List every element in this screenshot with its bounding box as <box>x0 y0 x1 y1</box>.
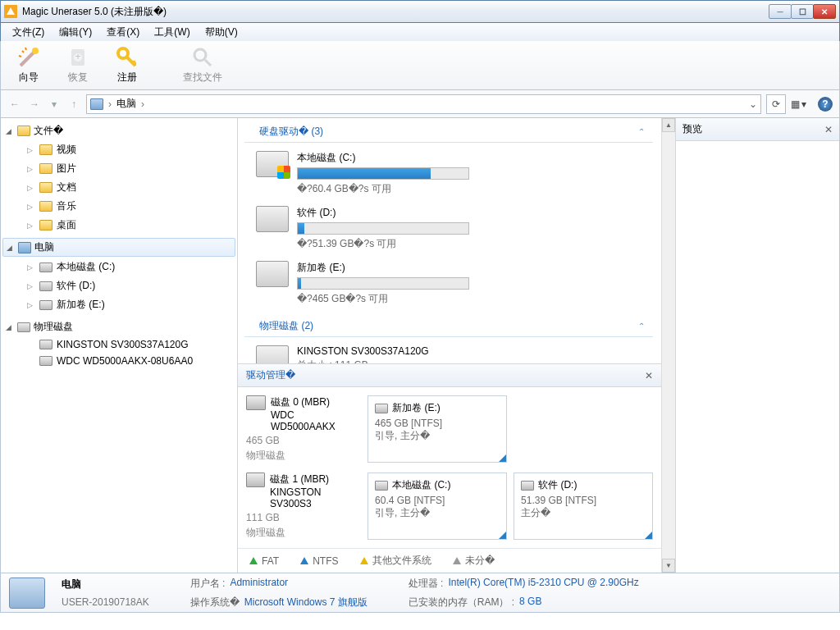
tree-item[interactable]: KINGSTON SV300S37A120G <box>24 336 237 353</box>
menu-view[interactable]: 查看(X) <box>100 24 146 41</box>
dm-row: 磁盘 0 (MBR)WDC WD5000AAKX465 GB物理磁盘新加卷 (E… <box>246 395 653 463</box>
tree-item[interactable]: ▷图片 <box>24 159 237 178</box>
breadcrumb[interactable]: › 电脑 › ⌄ <box>86 94 761 114</box>
item-icon <box>39 356 52 366</box>
nav-forward[interactable]: → <box>27 97 42 112</box>
tree-item[interactable]: ▷软件 (D:) <box>24 276 237 295</box>
drive-icon <box>375 404 388 413</box>
main-area: ◢文件� ▷视频▷图片▷文档▷音乐▷桌面 ◢电脑 ▷本地磁盘 (C:)▷软件 (… <box>0 118 840 573</box>
maximize-button[interactable]: ☐ <box>791 4 814 19</box>
item-icon <box>39 281 52 291</box>
menu-tools[interactable]: 工具(W) <box>148 24 196 41</box>
wizard-icon <box>17 46 40 69</box>
computer-icon <box>90 98 103 110</box>
menu-help[interactable]: 帮助(V) <box>199 24 244 41</box>
volume-item[interactable]: 本地磁盘 (C:)�?60.4 GB�?s 可用 <box>238 148 661 203</box>
triangle-icon <box>645 532 652 539</box>
toolbar: 向导 + 恢复 注册 查找文件 <box>0 41 840 90</box>
tree-group-physical[interactable]: ◢物理磁盘 <box>1 317 237 336</box>
dm-disk[interactable]: 磁盘 0 (MBR)WDC WD5000AAKX465 GB物理磁盘 <box>246 395 361 463</box>
nav-tree[interactable]: ◢文件� ▷视频▷图片▷文档▷音乐▷桌面 ◢电脑 ▷本地磁盘 (C:)▷软件 (… <box>1 118 238 573</box>
tree-item[interactable]: ▷桌面 <box>24 216 237 235</box>
item-icon <box>39 163 52 174</box>
content-pane: 硬盘驱动� (3)⌃ 本地磁盘 (C:)�?60.4 GB�?s 可用软件 (D… <box>238 118 661 573</box>
physical-item[interactable]: KINGSTON SV300S37A120G总大小 : 111 GB <box>238 342 661 363</box>
partition[interactable]: 本地磁盘 (C:)60.4 GB [NTFS]引导, 主分� <box>368 472 507 540</box>
window-title: Magic Uneraser 5.0 (未注册版�) <box>22 5 769 19</box>
menu-edit[interactable]: 编辑(Y) <box>52 24 98 41</box>
scrollbar[interactable]: ▲▼ <box>661 118 675 573</box>
close-icon[interactable]: ✕ <box>645 370 653 381</box>
usage-bar <box>297 222 469 235</box>
computer-icon <box>9 578 45 609</box>
chevron-up-icon: ⌃ <box>638 127 645 136</box>
volume-item[interactable]: 软件 (D:)�?51.39 GB�?s 可用 <box>238 203 661 258</box>
tree-item[interactable]: ▷新加卷 (E:) <box>24 295 237 314</box>
drive-icon <box>256 151 289 177</box>
triangle-icon <box>453 557 461 564</box>
usage-bar <box>297 167 469 180</box>
tree-group-files[interactable]: ◢文件� <box>1 121 237 140</box>
tree-item[interactable]: ▷本地磁盘 (C:) <box>24 258 237 276</box>
volume-item[interactable]: 新加卷 (E:)�?465 GB�?s 可用 <box>238 258 661 313</box>
scroll-down-icon[interactable]: ▼ <box>662 559 675 573</box>
minimize-button[interactable]: ─ <box>769 4 792 19</box>
register-button[interactable]: 注册 <box>104 43 150 88</box>
breadcrumb-root[interactable]: 电脑 <box>116 97 136 111</box>
partition[interactable]: 软件 (D:)51.39 GB [NTFS]主分� <box>514 472 653 540</box>
status-host-sub: USER-20190718AK <box>62 596 149 608</box>
tree-group-computer[interactable]: ◢电脑 <box>2 238 235 257</box>
scroll-up-icon[interactable]: ▲ <box>662 118 675 132</box>
svg-point-6 <box>194 49 206 61</box>
triangle-icon <box>499 454 506 462</box>
find-button[interactable]: 查找文件 <box>180 43 226 88</box>
preview-header: 预览✕ <box>676 118 839 141</box>
disk-icon <box>246 472 265 487</box>
svg-text:+: + <box>75 51 80 62</box>
item-icon <box>39 340 52 349</box>
wizard-button[interactable]: 向导 <box>6 43 52 88</box>
recover-button[interactable]: + 恢复 <box>55 43 101 88</box>
partition[interactable]: 新加卷 (E:)465 GB [NTFS]引导, 主分� <box>368 395 507 463</box>
fs-legend: FAT NTFS 其他文件系统 未分� <box>238 548 661 573</box>
section-hdd-header[interactable]: 硬盘驱动� (3)⌃ <box>244 120 653 143</box>
tree-item[interactable]: ▷文档 <box>24 178 237 197</box>
triangle-icon <box>249 557 258 564</box>
recover-icon: + <box>66 46 89 69</box>
item-icon <box>39 300 52 310</box>
item-icon <box>39 220 52 231</box>
menu-file[interactable]: 文件(Z) <box>6 24 51 41</box>
menu-bar: 文件(Z) 编辑(Y) 查看(X) 工具(W) 帮助(V) <box>0 23 840 41</box>
drive-icon <box>256 206 289 232</box>
dm-disk[interactable]: 磁盘 1 (MBR)KINGSTON SV300S3111 GB物理磁盘 <box>246 472 361 540</box>
usage-bar <box>297 277 469 290</box>
refresh-button[interactable]: ⟳ <box>766 94 786 114</box>
nav-dropdown[interactable]: ▾ <box>47 97 62 112</box>
view-mode-button[interactable]: ▦▾ <box>791 98 806 110</box>
item-icon <box>39 201 52 212</box>
tree-item[interactable]: WDC WD5000AAKX-08U6AA0 <box>24 353 237 369</box>
preview-pane: 预览✕ <box>675 118 839 573</box>
view-icon: ▦ <box>791 98 800 110</box>
chevron-up-icon: ⌃ <box>638 322 645 331</box>
nav-back[interactable]: ← <box>7 97 22 112</box>
triangle-icon <box>360 557 368 564</box>
window-titlebar: Magic Uneraser 5.0 (未注册版�) ─ ☐ ✕ <box>0 0 840 23</box>
drive-icon <box>375 481 388 491</box>
section-phys-header[interactable]: 物理磁盘 (2)⌃ <box>244 314 653 337</box>
close-button[interactable]: ✕ <box>813 4 836 19</box>
svg-point-1 <box>32 48 39 54</box>
tree-item[interactable]: ▷音乐 <box>24 197 237 216</box>
nav-up[interactable]: ↑ <box>66 97 81 112</box>
item-icon <box>39 182 52 193</box>
close-icon[interactable]: ✕ <box>824 124 833 135</box>
key-icon <box>116 46 139 69</box>
triangle-icon <box>499 532 506 539</box>
computer-icon <box>18 242 31 253</box>
help-button[interactable]: ? <box>818 97 833 112</box>
breadcrumb-expand-icon[interactable]: ⌄ <box>749 98 757 110</box>
drive-mgmt-header: 驱动管理�✕ <box>238 364 661 387</box>
drive-icon <box>256 345 289 363</box>
tree-item[interactable]: ▷视频 <box>24 140 237 159</box>
breadcrumb-sep: › <box>108 98 112 110</box>
